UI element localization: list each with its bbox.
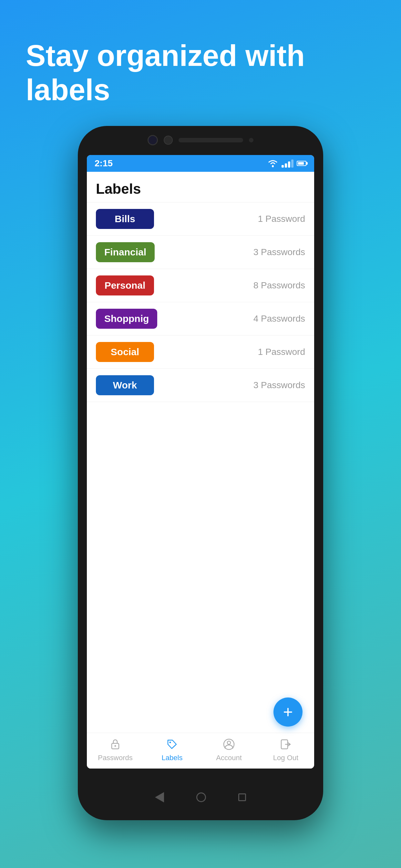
svg-point-5 [227, 741, 230, 744]
status-time: 2:15 [95, 158, 113, 168]
signal-icon [281, 159, 294, 167]
recents-button[interactable] [238, 794, 246, 801]
label-badge-social: Social [96, 342, 154, 362]
home-button[interactable] [196, 793, 206, 802]
label-count-financial: 3 Passwords [253, 247, 305, 257]
speaker [179, 138, 243, 143]
phone-camera-bar [148, 135, 253, 145]
phone-mockup: 2:15 [78, 126, 323, 820]
label-badge-financial: Financial [96, 242, 155, 262]
nav-item-passwords[interactable]: Passwords [96, 738, 135, 762]
account-nav-icon [223, 738, 235, 752]
wifi-icon [267, 159, 278, 167]
label-badge-personal: Personal [96, 275, 154, 296]
nav-label-logout: Log Out [273, 754, 298, 762]
sensor [249, 138, 253, 143]
label-badge-work: Work [96, 375, 154, 395]
passwords-nav-icon [109, 738, 121, 752]
add-label-button[interactable]: + [274, 698, 303, 726]
phone-screen: 2:15 [87, 155, 314, 769]
labels-list: Bills1 PasswordFinancial3 PasswordsPerso… [87, 203, 314, 733]
svg-point-0 [272, 165, 274, 167]
label-badge-bills: Bills [96, 209, 154, 229]
label-row-shoppnig[interactable]: Shoppnig4 Passwords [87, 302, 314, 336]
label-count-shoppnig: 4 Passwords [253, 314, 305, 324]
nav-item-account[interactable]: Account [210, 738, 248, 762]
secondary-camera [164, 135, 173, 145]
android-nav-buttons [155, 792, 246, 802]
bottom-navigation: Passwords Labels Account Log Out [87, 733, 314, 769]
add-icon: + [283, 704, 293, 720]
back-button[interactable] [155, 792, 164, 802]
label-count-bills: 1 Password [258, 214, 305, 224]
nav-label-labels: Labels [162, 754, 183, 762]
nav-label-passwords: Passwords [98, 754, 133, 762]
label-row-financial[interactable]: Financial3 Passwords [87, 236, 314, 269]
nav-item-logout[interactable]: Log Out [266, 738, 305, 762]
label-row-work[interactable]: Work3 Passwords [87, 369, 314, 402]
svg-point-2 [115, 745, 116, 747]
label-row-social[interactable]: Social1 Password [87, 336, 314, 369]
logout-nav-icon [280, 738, 292, 752]
nav-label-account: Account [216, 754, 242, 762]
app-header: Labels [87, 172, 314, 203]
labels-nav-icon [166, 738, 178, 752]
label-row-bills[interactable]: Bills1 Password [87, 203, 314, 236]
label-count-social: 1 Password [258, 347, 305, 357]
svg-point-3 [169, 742, 171, 743]
phone-shell: 2:15 [78, 126, 323, 820]
label-row-personal[interactable]: Personal8 Passwords [87, 269, 314, 302]
status-bar: 2:15 [87, 155, 314, 172]
status-icons [267, 159, 306, 167]
page-title: Labels [96, 181, 141, 197]
battery-icon [297, 161, 306, 166]
nav-item-labels[interactable]: Labels [153, 738, 191, 762]
front-camera [148, 135, 158, 145]
label-badge-shoppnig: Shoppnig [96, 309, 157, 329]
hero-text: Stay organized with labels [26, 39, 375, 107]
label-count-personal: 8 Passwords [253, 280, 305, 290]
label-count-work: 3 Passwords [253, 380, 305, 391]
